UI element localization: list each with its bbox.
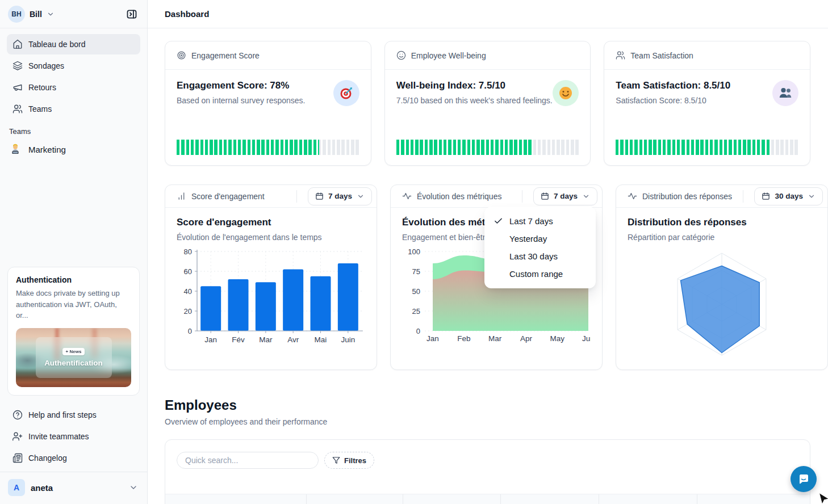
svg-text:Juin: Juin xyxy=(341,335,355,344)
svg-text:75: 75 xyxy=(412,267,420,276)
account-name: aneta xyxy=(31,483,123,493)
chart-card: Évolution des métriques 7 days Évolution… xyxy=(390,184,603,370)
calendar-icon xyxy=(762,192,770,200)
date-range-button[interactable]: 7 days xyxy=(533,187,597,205)
sidebar-team-marketing[interactable]: Marketing xyxy=(0,138,147,161)
calendar-icon xyxy=(541,192,549,200)
chart-subtitle: Évolution de l'engagement dans le temps xyxy=(177,233,365,242)
svg-text:May: May xyxy=(550,334,564,343)
employees-table-header: UserTeamPositionParticipationPerformance… xyxy=(165,494,810,504)
home-icon xyxy=(12,39,23,49)
sidebar-item-retours[interactable]: Retours xyxy=(7,77,140,98)
dart-target-emoji xyxy=(333,80,359,106)
chevron-down-icon xyxy=(47,10,55,18)
sidebar-item-tableau-de-bord[interactable]: Tableau de bord xyxy=(7,34,140,54)
menu-item-last-30-days[interactable]: Last 30 days xyxy=(484,247,596,265)
sidebar-footer-nav: Help and first steps Invite teammates Ch… xyxy=(0,405,147,472)
promo-card[interactable]: Authentication Make docs private by sett… xyxy=(7,267,140,396)
svg-text:Fév: Fév xyxy=(232,335,245,344)
topbar: Dashboard xyxy=(148,0,828,28)
panel-collapse-icon xyxy=(126,9,137,20)
svg-text:Apr: Apr xyxy=(520,334,533,343)
technologist-emoji xyxy=(9,143,22,156)
stat-progress-bar xyxy=(177,140,359,155)
filters-button[interactable]: Filtres xyxy=(324,452,374,469)
chat-bubble-icon xyxy=(797,472,810,486)
svg-text:Feb: Feb xyxy=(457,334,470,343)
sidebar-item-teams[interactable]: Teams xyxy=(7,99,140,119)
svg-text:25: 25 xyxy=(412,307,420,316)
sidebar-collapse-button[interactable] xyxy=(123,6,140,23)
menu-item-yesterday[interactable]: Yesterday xyxy=(484,230,596,247)
date-range-menu: Last 7 daysYesterdayLast 30 daysCustom r… xyxy=(484,207,596,288)
stat-progress-bar xyxy=(616,140,798,155)
activity-icon xyxy=(628,191,637,201)
app: BH Bill Tableau de bord Sondages Retours… xyxy=(0,0,828,504)
target-icon xyxy=(177,51,186,60)
stat-title: Engagement Score: 78% xyxy=(177,80,333,91)
activity-icon xyxy=(402,191,412,201)
stat-title: Team Satisfaction: 8.5/10 xyxy=(616,80,772,91)
employees-table-card: Filtres UserTeamPositionParticipationPer… xyxy=(165,439,810,504)
svg-text:40: 40 xyxy=(184,287,192,296)
date-range-button[interactable]: 7 days xyxy=(308,187,372,205)
promo-body: Make docs private by setting up authenti… xyxy=(16,288,131,321)
user-plus-icon xyxy=(12,431,23,442)
calendar-icon xyxy=(315,192,324,200)
svg-text:80: 80 xyxy=(184,247,192,256)
sidebar-item-help-and-first-steps[interactable]: Help and first steps xyxy=(7,405,140,425)
date-range-button[interactable]: 30 days xyxy=(754,187,823,205)
svg-text:Avr: Avr xyxy=(287,335,299,344)
promo-title: Authentication xyxy=(16,275,131,284)
check-icon xyxy=(494,269,503,279)
chart-title: Score d'engagement xyxy=(177,217,365,228)
filter-icon xyxy=(332,456,340,464)
news-badge: + News xyxy=(62,348,85,355)
sidebar-item-changelog[interactable]: Changelog xyxy=(7,448,140,468)
sidebar-item-invite-teammates[interactable]: Invite teammates xyxy=(7,426,140,447)
help-circle-icon xyxy=(12,410,23,420)
sidebar: BH Bill Tableau de bord Sondages Retours… xyxy=(0,0,148,504)
megaphone-icon xyxy=(12,82,23,93)
bar-chart-icon xyxy=(177,191,186,201)
employees-toolbar: Filtres xyxy=(165,440,810,469)
column-header-tasks: Tasks xyxy=(697,494,810,504)
chat-launcher-button[interactable] xyxy=(791,466,817,492)
employees-subtitle: Overview of employees and their performa… xyxy=(165,417,810,426)
users-icon xyxy=(616,51,625,60)
svg-text:20: 20 xyxy=(184,307,192,316)
menu-item-last-7-days[interactable]: Last 7 days xyxy=(484,212,596,230)
workspace-switcher[interactable]: BH Bill xyxy=(8,6,55,23)
column-header-user: User xyxy=(165,494,306,504)
svg-text:Jan: Jan xyxy=(426,334,439,343)
stat-card: Engagement Score Engagement Score: 78% B… xyxy=(165,41,371,166)
layers-icon xyxy=(12,61,23,71)
teams-section-label: Teams xyxy=(0,119,147,138)
svg-text:Jun: Jun xyxy=(582,334,591,343)
svg-text:Jan: Jan xyxy=(204,335,217,344)
smile-icon xyxy=(396,51,406,60)
stat-card: Team Satisfaction Team Satisfaction: 8.5… xyxy=(604,41,810,166)
page-title: Dashboard xyxy=(165,9,209,19)
promo-image: + News Authentification xyxy=(16,328,131,387)
busts-emoji xyxy=(772,80,798,106)
chart: 020406080JanFévMarAvrMaiJuin xyxy=(177,247,365,363)
svg-text:50: 50 xyxy=(412,287,420,296)
column-header-team: Team xyxy=(306,494,403,504)
employees-title: Employees xyxy=(165,397,810,413)
column-header-participation: Participation xyxy=(500,494,599,504)
search-input[interactable] xyxy=(177,452,319,469)
workspace-avatar: BH xyxy=(8,6,25,23)
svg-text:0: 0 xyxy=(188,327,192,335)
smiling-face-emoji xyxy=(553,80,579,106)
chart-subtitle: Répartition par catégorie xyxy=(628,233,816,242)
menu-item-custom-range[interactable]: Custom range xyxy=(484,265,596,283)
stat-subtitle: 7.5/10 based on this week's shared feeli… xyxy=(396,96,553,105)
svg-text:Mar: Mar xyxy=(259,335,273,344)
content: Engagement Score Engagement Score: 78% B… xyxy=(148,28,828,504)
teams-list: Marketing xyxy=(0,138,147,161)
users-icon xyxy=(12,104,23,114)
main: Dashboard Engagement Score Engagement Sc… xyxy=(148,0,828,504)
account-switcher[interactable]: A aneta xyxy=(0,472,147,504)
sidebar-item-sondages[interactable]: Sondages xyxy=(7,56,140,76)
